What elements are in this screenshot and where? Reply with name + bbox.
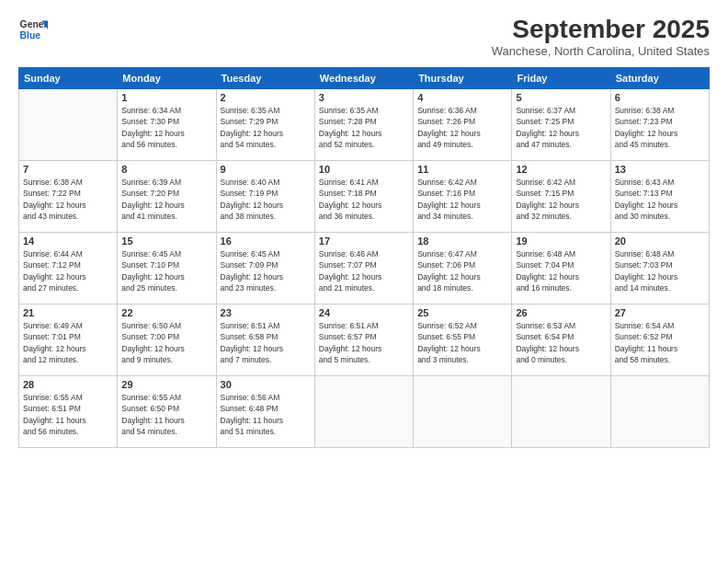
day-number: 28 [23, 379, 113, 390]
table-row: 11Sunrise: 6:42 AM Sunset: 7:16 PM Dayli… [414, 161, 512, 233]
col-wednesday: Wednesday [314, 68, 413, 89]
day-info: Sunrise: 6:40 AM Sunset: 7:19 PM Dayligh… [221, 177, 311, 222]
day-number: 4 [417, 92, 507, 103]
day-number: 13 [615, 164, 705, 175]
calendar-week-4: 28Sunrise: 6:55 AM Sunset: 6:51 PM Dayli… [19, 376, 710, 448]
table-row: 27Sunrise: 6:54 AM Sunset: 6:52 PM Dayli… [610, 304, 709, 376]
table-row [19, 89, 118, 161]
table-row: 9Sunrise: 6:40 AM Sunset: 7:19 PM Daylig… [216, 161, 314, 233]
table-row: 26Sunrise: 6:53 AM Sunset: 6:54 PM Dayli… [512, 304, 610, 376]
table-row: 30Sunrise: 6:56 AM Sunset: 6:48 PM Dayli… [216, 376, 314, 448]
page: General Blue September 2025 Wanchese, No… [0, 0, 728, 563]
logo: General Blue [18, 15, 48, 44]
day-info: Sunrise: 6:42 AM Sunset: 7:15 PM Dayligh… [516, 177, 606, 222]
day-info: Sunrise: 6:51 AM Sunset: 6:57 PM Dayligh… [319, 320, 409, 365]
table-row [512, 376, 610, 448]
day-number: 2 [221, 92, 311, 103]
day-number: 1 [121, 92, 211, 103]
day-info: Sunrise: 6:51 AM Sunset: 6:58 PM Dayligh… [221, 320, 311, 365]
table-row: 7Sunrise: 6:38 AM Sunset: 7:22 PM Daylig… [19, 161, 118, 233]
day-number: 21 [23, 307, 113, 318]
table-row [414, 376, 512, 448]
day-info: Sunrise: 6:48 AM Sunset: 7:03 PM Dayligh… [615, 248, 705, 293]
day-number: 6 [615, 92, 705, 103]
day-number: 27 [615, 307, 705, 318]
day-info: Sunrise: 6:45 AM Sunset: 7:10 PM Dayligh… [121, 248, 211, 293]
logo-icon: General Blue [18, 15, 48, 44]
table-row: 28Sunrise: 6:55 AM Sunset: 6:51 PM Dayli… [19, 376, 118, 448]
day-number: 26 [516, 307, 606, 318]
day-info: Sunrise: 6:47 AM Sunset: 7:06 PM Dayligh… [417, 248, 507, 293]
table-row [610, 376, 709, 448]
table-row: 8Sunrise: 6:39 AM Sunset: 7:20 PM Daylig… [118, 161, 216, 233]
day-number: 18 [417, 236, 507, 247]
col-saturday: Saturday [610, 68, 709, 89]
day-number: 24 [319, 307, 409, 318]
table-row: 16Sunrise: 6:45 AM Sunset: 7:09 PM Dayli… [216, 233, 314, 304]
day-info: Sunrise: 6:41 AM Sunset: 7:18 PM Dayligh… [319, 177, 409, 222]
day-info: Sunrise: 6:55 AM Sunset: 6:50 PM Dayligh… [121, 392, 211, 437]
day-number: 3 [319, 92, 409, 103]
calendar-week-1: 7Sunrise: 6:38 AM Sunset: 7:22 PM Daylig… [19, 161, 710, 233]
calendar-week-3: 21Sunrise: 6:49 AM Sunset: 7:01 PM Dayli… [19, 304, 710, 376]
day-number: 29 [121, 379, 211, 390]
day-info: Sunrise: 6:45 AM Sunset: 7:09 PM Dayligh… [221, 248, 311, 293]
day-number: 7 [23, 164, 113, 175]
table-row: 21Sunrise: 6:49 AM Sunset: 7:01 PM Dayli… [19, 304, 118, 376]
day-number: 10 [319, 164, 409, 175]
table-row: 25Sunrise: 6:52 AM Sunset: 6:55 PM Dayli… [414, 304, 512, 376]
day-number: 5 [516, 92, 606, 103]
table-row: 29Sunrise: 6:55 AM Sunset: 6:50 PM Dayli… [118, 376, 216, 448]
table-row [314, 376, 413, 448]
day-info: Sunrise: 6:48 AM Sunset: 7:04 PM Dayligh… [516, 248, 606, 293]
day-number: 22 [121, 307, 211, 318]
table-row: 15Sunrise: 6:45 AM Sunset: 7:10 PM Dayli… [118, 233, 216, 304]
col-monday: Monday [118, 68, 216, 89]
col-friday: Friday [512, 68, 610, 89]
table-row: 13Sunrise: 6:43 AM Sunset: 7:13 PM Dayli… [610, 161, 709, 233]
day-info: Sunrise: 6:38 AM Sunset: 7:22 PM Dayligh… [23, 177, 113, 222]
header: General Blue September 2025 Wanchese, No… [18, 15, 710, 58]
table-row: 6Sunrise: 6:38 AM Sunset: 7:23 PM Daylig… [610, 89, 709, 161]
svg-text:Blue: Blue [20, 30, 41, 40]
table-row: 2Sunrise: 6:35 AM Sunset: 7:29 PM Daylig… [216, 89, 314, 161]
day-info: Sunrise: 6:46 AM Sunset: 7:07 PM Dayligh… [319, 248, 409, 293]
calendar-week-0: 1Sunrise: 6:34 AM Sunset: 7:30 PM Daylig… [19, 89, 710, 161]
table-row: 19Sunrise: 6:48 AM Sunset: 7:04 PM Dayli… [512, 233, 610, 304]
day-number: 23 [221, 307, 311, 318]
title-block: September 2025 Wanchese, North Carolina,… [492, 15, 710, 58]
location-title: Wanchese, North Carolina, United States [492, 44, 710, 58]
col-tuesday: Tuesday [216, 68, 314, 89]
day-info: Sunrise: 6:42 AM Sunset: 7:16 PM Dayligh… [417, 177, 507, 222]
header-row: Sunday Monday Tuesday Wednesday Thursday… [19, 68, 710, 89]
day-info: Sunrise: 6:37 AM Sunset: 7:25 PM Dayligh… [516, 105, 606, 150]
table-row: 5Sunrise: 6:37 AM Sunset: 7:25 PM Daylig… [512, 89, 610, 161]
day-number: 25 [417, 307, 507, 318]
table-row: 17Sunrise: 6:46 AM Sunset: 7:07 PM Dayli… [314, 233, 413, 304]
day-info: Sunrise: 6:44 AM Sunset: 7:12 PM Dayligh… [23, 248, 113, 293]
table-row: 3Sunrise: 6:35 AM Sunset: 7:28 PM Daylig… [314, 89, 413, 161]
day-info: Sunrise: 6:50 AM Sunset: 7:00 PM Dayligh… [121, 320, 211, 365]
day-info: Sunrise: 6:55 AM Sunset: 6:51 PM Dayligh… [23, 392, 113, 437]
day-number: 11 [417, 164, 507, 175]
day-number: 12 [516, 164, 606, 175]
table-row: 4Sunrise: 6:36 AM Sunset: 7:26 PM Daylig… [414, 89, 512, 161]
table-row: 14Sunrise: 6:44 AM Sunset: 7:12 PM Dayli… [19, 233, 118, 304]
table-row: 18Sunrise: 6:47 AM Sunset: 7:06 PM Dayli… [414, 233, 512, 304]
day-number: 8 [121, 164, 211, 175]
day-info: Sunrise: 6:35 AM Sunset: 7:28 PM Dayligh… [319, 105, 409, 150]
day-number: 14 [23, 236, 113, 247]
day-number: 17 [319, 236, 409, 247]
day-number: 19 [516, 236, 606, 247]
day-info: Sunrise: 6:38 AM Sunset: 7:23 PM Dayligh… [615, 105, 705, 150]
day-info: Sunrise: 6:52 AM Sunset: 6:55 PM Dayligh… [417, 320, 507, 365]
day-info: Sunrise: 6:43 AM Sunset: 7:13 PM Dayligh… [615, 177, 705, 222]
day-info: Sunrise: 6:56 AM Sunset: 6:48 PM Dayligh… [221, 392, 311, 437]
table-row: 20Sunrise: 6:48 AM Sunset: 7:03 PM Dayli… [610, 233, 709, 304]
day-info: Sunrise: 6:36 AM Sunset: 7:26 PM Dayligh… [417, 105, 507, 150]
table-row: 1Sunrise: 6:34 AM Sunset: 7:30 PM Daylig… [118, 89, 216, 161]
table-row: 23Sunrise: 6:51 AM Sunset: 6:58 PM Dayli… [216, 304, 314, 376]
day-number: 30 [221, 379, 311, 390]
table-row: 22Sunrise: 6:50 AM Sunset: 7:00 PM Dayli… [118, 304, 216, 376]
day-number: 15 [121, 236, 211, 247]
